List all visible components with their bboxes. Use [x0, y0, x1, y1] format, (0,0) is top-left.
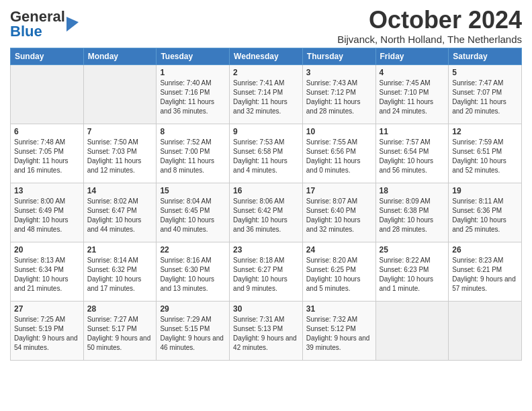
- day-info: Sunrise: 7:45 AMSunset: 7:10 PMDaylight:…: [380, 79, 445, 116]
- day-number: 26: [452, 245, 518, 255]
- day-info: Sunrise: 7:59 AMSunset: 6:51 PMDaylight:…: [452, 138, 518, 175]
- day-number: 15: [160, 186, 226, 195]
- calendar-cell: [83, 64, 157, 124]
- day-number: 11: [380, 127, 445, 136]
- day-number: 22: [160, 245, 226, 255]
- logo-blue: Blue: [10, 23, 42, 40]
- calendar-cell: 15Sunrise: 8:04 AMSunset: 6:45 PMDayligh…: [157, 183, 230, 242]
- day-number: 25: [380, 245, 445, 255]
- day-number: 2: [233, 68, 299, 77]
- header-day-wednesday: Wednesday: [230, 48, 303, 64]
- calendar-cell: 19Sunrise: 8:11 AMSunset: 6:36 PMDayligh…: [449, 183, 522, 242]
- day-info: Sunrise: 7:50 AMSunset: 7:03 PMDaylight:…: [87, 138, 153, 175]
- calendar-cell: 6Sunrise: 7:48 AMSunset: 7:05 PMDaylight…: [11, 124, 84, 183]
- calendar-cell: 2Sunrise: 7:41 AMSunset: 7:14 PMDaylight…: [230, 64, 303, 124]
- day-info: Sunrise: 8:02 AMSunset: 6:47 PMDaylight:…: [87, 197, 153, 234]
- day-info: Sunrise: 7:53 AMSunset: 6:58 PMDaylight:…: [233, 138, 299, 175]
- day-info: Sunrise: 8:11 AMSunset: 6:36 PMDaylight:…: [452, 197, 518, 234]
- logo-icon: [66, 17, 79, 32]
- day-number: 9: [233, 127, 299, 136]
- day-number: 19: [452, 186, 518, 195]
- calendar-cell: 20Sunrise: 8:13 AMSunset: 6:34 PMDayligh…: [11, 242, 84, 301]
- calendar-cell: 26Sunrise: 8:23 AMSunset: 6:21 PMDayligh…: [449, 242, 522, 301]
- calendar-cell: 29Sunrise: 7:29 AMSunset: 5:15 PMDayligh…: [157, 301, 230, 360]
- day-number: 23: [233, 245, 299, 255]
- calendar-cell: 18Sunrise: 8:09 AMSunset: 6:38 PMDayligh…: [375, 183, 449, 242]
- day-number: 7: [87, 127, 153, 136]
- header-day-friday: Friday: [375, 48, 449, 64]
- logo: General Blue: [10, 9, 79, 39]
- calendar-cell: 12Sunrise: 7:59 AMSunset: 6:51 PMDayligh…: [449, 124, 522, 183]
- day-info: Sunrise: 8:07 AMSunset: 6:40 PMDaylight:…: [306, 197, 372, 234]
- calendar-week-0: 1Sunrise: 7:40 AMSunset: 7:16 PMDaylight…: [11, 64, 522, 124]
- header-day-monday: Monday: [83, 48, 157, 64]
- page-header: General Blue October 2024 Bijvanck, Nort…: [10, 7, 522, 45]
- header-day-thursday: Thursday: [302, 48, 375, 64]
- day-number: 5: [452, 68, 518, 77]
- calendar-cell: 8Sunrise: 7:52 AMSunset: 7:00 PMDaylight…: [157, 124, 230, 183]
- day-info: Sunrise: 8:04 AMSunset: 6:45 PMDaylight:…: [160, 197, 226, 234]
- calendar-week-3: 20Sunrise: 8:13 AMSunset: 6:34 PMDayligh…: [11, 242, 522, 301]
- svg-marker-0: [66, 17, 79, 32]
- day-number: 8: [160, 127, 226, 136]
- day-number: 16: [233, 186, 299, 195]
- day-number: 14: [87, 186, 153, 195]
- location-subtitle: Bijvanck, North Holland, The Netherlands: [337, 34, 522, 45]
- calendar-cell: 10Sunrise: 7:55 AMSunset: 6:56 PMDayligh…: [302, 124, 375, 183]
- header-day-sunday: Sunday: [11, 48, 84, 64]
- day-number: 12: [452, 127, 518, 136]
- header-day-saturday: Saturday: [449, 48, 522, 64]
- day-number: 4: [380, 68, 445, 77]
- day-number: 24: [306, 245, 372, 255]
- calendar-table: SundayMondayTuesdayWednesdayThursdayFrid…: [10, 48, 522, 361]
- day-number: 18: [380, 186, 445, 195]
- day-info: Sunrise: 7:27 AMSunset: 5:17 PMDaylight:…: [87, 315, 153, 353]
- calendar-cell: 21Sunrise: 8:14 AMSunset: 6:32 PMDayligh…: [83, 242, 157, 301]
- calendar-cell: 16Sunrise: 8:06 AMSunset: 6:42 PMDayligh…: [230, 183, 303, 242]
- day-number: 6: [14, 127, 80, 136]
- header-day-tuesday: Tuesday: [157, 48, 230, 64]
- calendar-week-4: 27Sunrise: 7:25 AMSunset: 5:19 PMDayligh…: [11, 301, 522, 360]
- calendar-cell: 3Sunrise: 7:43 AMSunset: 7:12 PMDaylight…: [302, 64, 375, 124]
- calendar-cell: 25Sunrise: 8:22 AMSunset: 6:23 PMDayligh…: [375, 242, 449, 301]
- day-number: 31: [306, 304, 372, 314]
- day-number: 20: [14, 245, 80, 255]
- day-info: Sunrise: 8:23 AMSunset: 6:21 PMDaylight:…: [452, 256, 518, 293]
- day-info: Sunrise: 8:06 AMSunset: 6:42 PMDaylight:…: [233, 197, 299, 234]
- day-info: Sunrise: 7:31 AMSunset: 5:13 PMDaylight:…: [233, 315, 299, 353]
- day-info: Sunrise: 7:40 AMSunset: 7:16 PMDaylight:…: [160, 79, 226, 116]
- calendar-body: 1Sunrise: 7:40 AMSunset: 7:16 PMDaylight…: [11, 64, 522, 360]
- calendar-cell: 23Sunrise: 8:18 AMSunset: 6:27 PMDayligh…: [230, 242, 303, 301]
- logo-text: General Blue: [10, 9, 65, 39]
- calendar-cell: 11Sunrise: 7:57 AMSunset: 6:54 PMDayligh…: [375, 124, 449, 183]
- day-number: 27: [14, 304, 80, 314]
- calendar-cell: [449, 301, 522, 360]
- calendar-cell: 5Sunrise: 7:47 AMSunset: 7:07 PMDaylight…: [449, 64, 522, 124]
- calendar-header: SundayMondayTuesdayWednesdayThursdayFrid…: [11, 48, 522, 64]
- calendar-cell: 13Sunrise: 8:00 AMSunset: 6:49 PMDayligh…: [11, 183, 84, 242]
- day-info: Sunrise: 8:22 AMSunset: 6:23 PMDaylight:…: [380, 256, 445, 293]
- calendar-week-2: 13Sunrise: 8:00 AMSunset: 6:49 PMDayligh…: [11, 183, 522, 242]
- day-info: Sunrise: 7:55 AMSunset: 6:56 PMDaylight:…: [306, 138, 372, 175]
- calendar-cell: 4Sunrise: 7:45 AMSunset: 7:10 PMDaylight…: [375, 64, 449, 124]
- day-number: 1: [160, 68, 226, 77]
- day-info: Sunrise: 7:41 AMSunset: 7:14 PMDaylight:…: [233, 79, 299, 116]
- day-number: 30: [233, 304, 299, 314]
- day-info: Sunrise: 8:18 AMSunset: 6:27 PMDaylight:…: [233, 256, 299, 293]
- day-info: Sunrise: 8:09 AMSunset: 6:38 PMDaylight:…: [380, 197, 445, 234]
- day-info: Sunrise: 8:20 AMSunset: 6:25 PMDaylight:…: [306, 256, 372, 293]
- calendar-cell: 24Sunrise: 8:20 AMSunset: 6:25 PMDayligh…: [302, 242, 375, 301]
- day-info: Sunrise: 7:48 AMSunset: 7:05 PMDaylight:…: [14, 138, 80, 175]
- day-number: 17: [306, 186, 372, 195]
- title-block: October 2024 Bijvanck, North Holland, Th…: [337, 7, 522, 45]
- month-title: October 2024: [337, 7, 522, 34]
- day-info: Sunrise: 7:52 AMSunset: 7:00 PMDaylight:…: [160, 138, 226, 175]
- day-info: Sunrise: 7:29 AMSunset: 5:15 PMDaylight:…: [160, 315, 226, 353]
- day-info: Sunrise: 8:14 AMSunset: 6:32 PMDaylight:…: [87, 256, 153, 293]
- calendar-cell: 30Sunrise: 7:31 AMSunset: 5:13 PMDayligh…: [230, 301, 303, 360]
- calendar-cell: 17Sunrise: 8:07 AMSunset: 6:40 PMDayligh…: [302, 183, 375, 242]
- header-row: SundayMondayTuesdayWednesdayThursdayFrid…: [11, 48, 522, 64]
- calendar-cell: 9Sunrise: 7:53 AMSunset: 6:58 PMDaylight…: [230, 124, 303, 183]
- day-info: Sunrise: 8:16 AMSunset: 6:30 PMDaylight:…: [160, 256, 226, 293]
- day-number: 10: [306, 127, 372, 136]
